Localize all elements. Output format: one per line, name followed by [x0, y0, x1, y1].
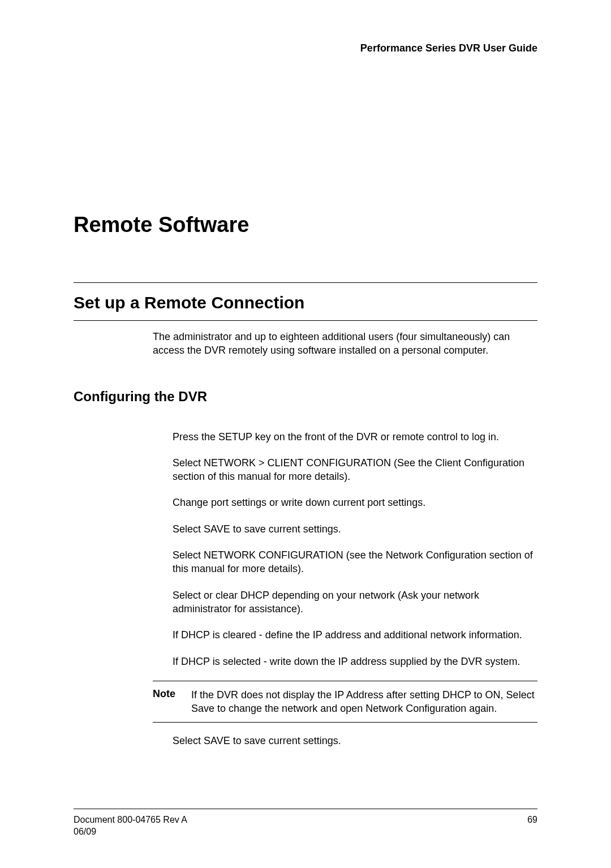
- step-item: Select NETWORK CONFIGURATION (see the Ne…: [173, 548, 537, 576]
- step-list: Press the SETUP key on the front of the …: [173, 430, 537, 668]
- page-container: Performance Series DVR User Guide Remote…: [0, 0, 611, 868]
- section-title: Set up a Remote Connection: [74, 293, 537, 312]
- section-intro-text: The administrator and up to eighteen add…: [153, 330, 537, 358]
- note-label: Note: [153, 688, 181, 716]
- step-item: If DHCP is cleared - define the IP addre…: [173, 628, 537, 642]
- footer-date: 06/09: [74, 827, 537, 837]
- section-divider-top: [74, 282, 537, 283]
- note-block: Note If the DVR does not display the IP …: [153, 681, 537, 723]
- footer-row: Document 800-04765 Rev A 69: [74, 815, 537, 825]
- step-item: Change port settings or write down curre…: [173, 496, 537, 509]
- subsection-title: Configuring the DVR: [74, 389, 537, 405]
- step-item: Press the SETUP key on the front of the …: [173, 430, 537, 444]
- step-item: Select or clear DHCP depending on your n…: [173, 588, 537, 616]
- after-note-text: Select SAVE to save current settings.: [173, 735, 537, 747]
- page-header: Performance Series DVR User Guide: [74, 42, 537, 54]
- section-divider-bottom: [74, 320, 537, 321]
- guide-title: Performance Series DVR User Guide: [360, 42, 537, 54]
- chapter-title: Remote Software: [74, 213, 537, 237]
- step-item: Select NETWORK > CLIENT CONFIGURATION (S…: [173, 456, 537, 484]
- page-footer: Document 800-04765 Rev A 69 06/09: [74, 809, 537, 837]
- step-item: Select SAVE to save current settings.: [173, 522, 537, 536]
- step-item: If DHCP is selected - write down the IP …: [173, 655, 537, 668]
- document-id: Document 800-04765 Rev A: [74, 815, 187, 825]
- page-number: 69: [527, 815, 537, 825]
- note-text: If the DVR does not display the IP Addre…: [191, 688, 537, 716]
- footer-divider: [74, 809, 537, 809]
